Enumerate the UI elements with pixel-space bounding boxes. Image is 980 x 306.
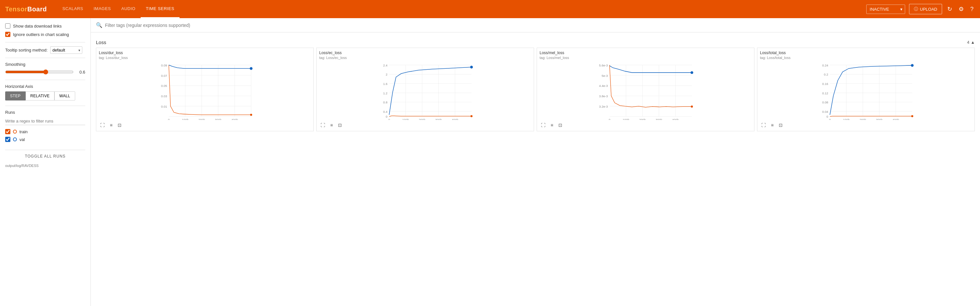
chart-ec-loss: Loss/ec_loss tag: Loss/ec_loss	[316, 48, 534, 131]
loss-section-count: 4 ▲	[967, 40, 975, 45]
status-dropdown[interactable]: INACTIVE	[866, 5, 905, 14]
svg-text:400k: 400k	[452, 118, 458, 120]
nav-images[interactable]: IMAGES	[89, 0, 116, 18]
chart-ec-tag: tag: Loss/ec_loss	[319, 56, 531, 60]
nav-scalars[interactable]: SCALARS	[57, 0, 89, 18]
chart-dur-fit-btn[interactable]: ⊡	[116, 122, 123, 128]
svg-text:0: 0	[826, 115, 828, 118]
chart-dur-data-btn[interactable]: ≡	[108, 122, 114, 128]
chart-mel-area: 5.6e-3 5e-3 4.4e-3 3.8e-3 3.2e-3 0 100k …	[539, 62, 751, 120]
search-icon: 🔍	[96, 22, 102, 28]
axis-step-button[interactable]: STEP	[5, 91, 25, 100]
chart-ec-fit-btn[interactable]: ⊡	[337, 122, 343, 128]
chart-ec-actions: ⛶ ≡ ⊡	[319, 122, 531, 128]
chart-dur-expand-btn[interactable]: ⛶	[99, 122, 106, 128]
main-nav: SCALARS IMAGES AUDIO TIME SERIES	[57, 0, 180, 18]
svg-text:200k: 200k	[859, 118, 866, 120]
svg-text:200k: 200k	[198, 118, 205, 120]
axis-relative-button[interactable]: RELATIVE	[25, 91, 55, 100]
refresh-button[interactable]: ↻	[946, 4, 953, 14]
charts-grid: Loss/dur_loss tag: Loss/dur_loss	[96, 48, 975, 131]
chart-ec-title: Loss/ec_loss	[319, 51, 531, 55]
chart-dur-svg: 0.09 0.07 0.05 0.03 0.01 0 100k 200k 300…	[99, 62, 311, 120]
runs-section: Runs train val	[5, 110, 85, 142]
chart-ec-svg: 2.4 2 1.6 1.2 0.8 0.4 0 0 100k 200k 300k…	[319, 62, 531, 120]
axis-wall-button[interactable]: WALL	[54, 91, 75, 100]
settings-button[interactable]: ⚙	[957, 4, 965, 14]
chart-mel-expand-btn[interactable]: ⛶	[539, 122, 547, 128]
run-train-dot	[13, 130, 17, 134]
svg-text:0.04: 0.04	[822, 110, 828, 113]
chart-total-data-btn[interactable]: ≡	[770, 122, 775, 128]
chart-dur-loss: Loss/dur_loss tag: Loss/dur_loss	[96, 48, 314, 131]
svg-text:3.8e-3: 3.8e-3	[599, 94, 608, 98]
svg-text:100k: 100k	[402, 118, 409, 120]
run-val-dot	[13, 137, 17, 141]
svg-text:0.09: 0.09	[161, 64, 167, 67]
svg-text:0.16: 0.16	[822, 82, 828, 86]
nav-time-series[interactable]: TIME SERIES	[141, 0, 180, 18]
upload-icon: ⓘ	[914, 6, 918, 12]
svg-point-47	[471, 115, 473, 117]
chart-ec-expand-btn[interactable]: ⛶	[319, 122, 326, 128]
ignore-outliers-checkbox[interactable]	[5, 32, 10, 37]
chart-mel-svg: 5.6e-3 5e-3 4.4e-3 3.8e-3 3.2e-3 0 100k …	[539, 62, 751, 120]
chart-mel-fit-btn[interactable]: ⊡	[557, 122, 563, 128]
tooltip-row: Tooltip sorting method: default descendi…	[5, 46, 85, 54]
chart-total-loss: Loss/total_loss tag: Loss/total_loss	[757, 48, 975, 131]
svg-point-68	[690, 71, 693, 74]
svg-text:3.2e-3: 3.2e-3	[599, 105, 608, 108]
chart-mel-data-btn[interactable]: ≡	[549, 122, 555, 128]
help-button[interactable]: ?	[969, 5, 975, 14]
chart-dur-tag: tag: Loss/dur_loss	[99, 56, 311, 60]
collapse-icon[interactable]: ▲	[970, 40, 975, 45]
divider-4	[5, 106, 85, 106]
svg-text:100k: 100k	[622, 118, 629, 120]
axis-section: Horizontal Axis STEP RELATIVE WALL	[5, 84, 85, 100]
toggle-all-runs-button[interactable]: TOGGLE ALL RUNS	[5, 150, 85, 163]
upload-button[interactable]: ⓘ UPLOAD	[909, 4, 942, 14]
run-val-checkbox[interactable]	[5, 137, 10, 142]
svg-text:0.03: 0.03	[161, 94, 167, 98]
smoothing-label: Smoothing	[5, 62, 85, 67]
ignore-outliers-row: Ignore outliers in chart scaling	[5, 32, 85, 37]
chart-total-expand-btn[interactable]: ⛶	[760, 122, 767, 128]
axis-label: Horizontal Axis	[5, 84, 85, 89]
chart-total-fit-btn[interactable]: ⊡	[778, 122, 784, 128]
svg-point-93	[911, 64, 913, 67]
smoothing-section: Smoothing 0.6	[5, 62, 85, 75]
ignore-outliers-label: Ignore outliers in chart scaling	[13, 32, 69, 37]
svg-text:0.4: 0.4	[383, 110, 388, 113]
svg-text:400k: 400k	[672, 118, 679, 120]
chart-mel-loss: Loss/mel_loss tag: Loss/mel_loss	[537, 48, 754, 131]
smoothing-slider[interactable]	[5, 69, 73, 75]
chart-mel-actions: ⛶ ≡ ⊡	[539, 122, 751, 128]
chart-total-area: 0.24 0.2 0.16 0.12 0.08 0.04 0 0 100k 20…	[760, 62, 972, 120]
show-data-links-checkbox[interactable]	[5, 23, 10, 29]
show-data-links-label: Show data download links	[13, 24, 62, 29]
svg-point-69	[691, 106, 693, 108]
chart-ec-data-btn[interactable]: ≡	[329, 122, 334, 128]
svg-text:100k: 100k	[182, 118, 189, 120]
nav-audio[interactable]: AUDIO	[116, 0, 141, 18]
svg-text:0.8: 0.8	[383, 100, 387, 104]
smoothing-value: 0.6	[76, 70, 85, 75]
output-path: output/log/RAVDESS	[5, 163, 85, 167]
run-val-label: val	[19, 137, 25, 142]
display-options: Show data download links Ignore outliers…	[5, 23, 85, 37]
svg-text:400k: 400k	[892, 118, 899, 120]
svg-text:4.4e-3: 4.4e-3	[599, 84, 608, 88]
chart-dur-actions: ⛶ ≡ ⊡	[99, 122, 311, 128]
run-train-checkbox[interactable]	[5, 129, 10, 134]
svg-text:2.4: 2.4	[383, 64, 388, 67]
runs-filter-input[interactable]	[5, 117, 85, 125]
svg-text:0: 0	[388, 118, 390, 120]
main-content: 🔍 Loss 4 ▲ Loss/dur_loss tag: Loss/dur_l…	[91, 18, 980, 306]
tooltip-select[interactable]: default descending ascending nearest	[50, 46, 82, 54]
svg-text:0: 0	[168, 118, 170, 120]
logo-board: Board	[27, 5, 47, 13]
svg-text:2: 2	[386, 73, 387, 76]
sidebar: Show data download links Ignore outliers…	[0, 18, 91, 306]
svg-point-21	[250, 67, 253, 70]
search-input[interactable]	[105, 23, 975, 28]
